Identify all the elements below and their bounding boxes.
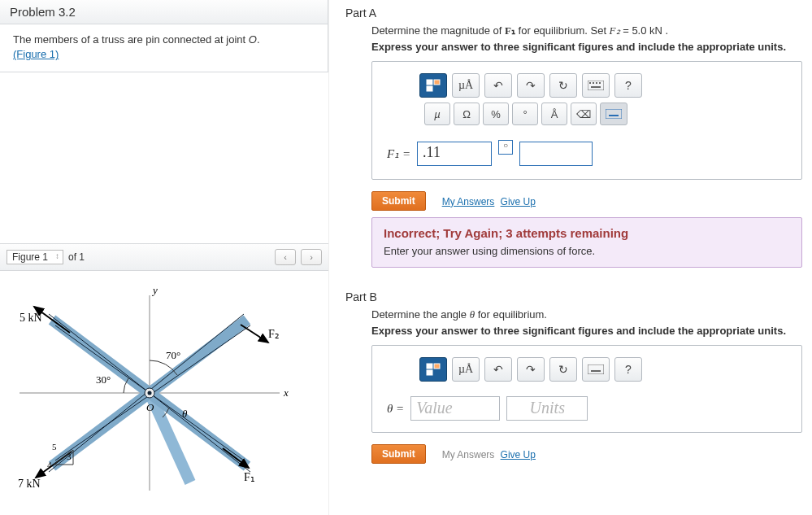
part-b-my-answers-link[interactable]: My Answers xyxy=(442,449,495,460)
mu-button[interactable]: µ xyxy=(424,103,450,125)
angstrom-button[interactable]: Å xyxy=(541,103,567,125)
figure-selector[interactable]: Figure 1 xyxy=(7,250,63,264)
part-b-prompt: Determine the angle θ for equilibrium. xyxy=(371,308,804,321)
part-b-answer-box: µÅ ↶ ↷ ↻ ? θ = Value Units xyxy=(371,345,802,433)
part-b-label: Part B xyxy=(345,290,804,303)
part-a-instruction: Express your answer to three significant… xyxy=(371,41,804,53)
svg-text:θ: θ xyxy=(182,408,188,420)
help-button-b[interactable]: ? xyxy=(614,357,642,382)
part-b-give-up-link[interactable]: Give Up xyxy=(501,449,536,460)
units-button[interactable]: µÅ xyxy=(452,73,480,98)
part-a-prompt: Determine the magnitude of F₁ for equili… xyxy=(371,24,804,37)
omega-button[interactable]: Ω xyxy=(454,103,480,125)
svg-text:30°: 30° xyxy=(96,373,111,386)
percent-button[interactable]: % xyxy=(483,103,509,125)
feedback-message: Enter your answer using dimensions of fo… xyxy=(384,245,790,257)
part-a-value-input[interactable]: .11 xyxy=(417,142,492,166)
keyboard2-icon[interactable] xyxy=(600,103,627,125)
svg-rect-39 xyxy=(596,82,597,84)
figure-image: x y xyxy=(0,271,328,515)
svg-rect-43 xyxy=(609,115,619,116)
part-a-exponent-box[interactable]: ○ xyxy=(498,140,513,155)
degree-button[interactable]: ° xyxy=(512,103,538,125)
keyboard-icon-b[interactable] xyxy=(582,357,610,382)
svg-point-14 xyxy=(148,391,152,395)
figure-toolbar: Figure 1 of 1 ‹ › xyxy=(0,244,328,271)
figure-of-label: of 1 xyxy=(68,251,85,263)
backspace-icon[interactable]: ⌫ xyxy=(571,103,597,125)
svg-rect-34 xyxy=(434,80,440,85)
desc-text: The members of a truss are pin connected… xyxy=(13,33,249,46)
templates-icon-b[interactable] xyxy=(419,357,447,382)
svg-rect-37 xyxy=(589,82,591,84)
part-a-units-input[interactable] xyxy=(519,142,593,166)
svg-rect-41 xyxy=(591,86,601,88)
reset-icon[interactable]: ↻ xyxy=(549,73,577,98)
svg-line-18 xyxy=(241,325,268,343)
part-b-eq-label: θ = xyxy=(387,402,404,416)
problem-description: The members of a truss are pin connected… xyxy=(0,24,328,72)
feedback-title: Incorrect; Try Again; 3 attempts remaini… xyxy=(384,226,790,240)
redo-icon[interactable]: ↷ xyxy=(517,73,545,98)
part-b-units-input[interactable]: Units xyxy=(506,396,588,421)
svg-text:x: x xyxy=(283,386,289,399)
joint-o: O xyxy=(249,33,257,46)
svg-rect-44 xyxy=(427,364,432,369)
part-a-submit-button[interactable]: Submit xyxy=(371,191,426,211)
keyboard-icon[interactable] xyxy=(582,73,610,98)
problem-title: Problem 3.2 xyxy=(0,0,328,24)
svg-rect-47 xyxy=(588,364,604,374)
part-a-my-answers-link[interactable]: My Answers xyxy=(442,196,495,207)
part-b-submit-button[interactable]: Submit xyxy=(371,444,426,464)
svg-text:70°: 70° xyxy=(166,349,180,361)
svg-rect-45 xyxy=(434,364,440,369)
svg-text:F₂: F₂ xyxy=(268,328,280,340)
svg-rect-35 xyxy=(427,86,432,91)
svg-rect-46 xyxy=(427,370,432,375)
svg-rect-40 xyxy=(599,82,601,84)
svg-text:F₁: F₁ xyxy=(244,471,255,483)
svg-rect-42 xyxy=(606,109,622,119)
svg-text:4: 4 xyxy=(47,460,52,469)
undo-icon-b[interactable]: ↶ xyxy=(484,357,512,382)
svg-text:y: y xyxy=(151,284,158,296)
templates-icon[interactable] xyxy=(419,73,447,98)
svg-rect-38 xyxy=(593,82,594,84)
figure-link[interactable]: (Figure 1) xyxy=(13,48,59,60)
part-a-eq-label: F₁ = xyxy=(387,146,410,161)
figure-prev-button[interactable]: ‹ xyxy=(275,249,296,265)
part-a-label: Part A xyxy=(345,7,804,20)
part-a-feedback: Incorrect; Try Again; 3 attempts remaini… xyxy=(371,217,802,268)
svg-rect-36 xyxy=(588,81,604,90)
units-button-b[interactable]: µÅ xyxy=(452,357,480,382)
redo-icon-b[interactable]: ↷ xyxy=(517,357,545,382)
figure-next-button[interactable]: › xyxy=(301,249,322,265)
svg-text:O: O xyxy=(146,401,154,413)
svg-text:7 kN: 7 kN xyxy=(18,478,41,490)
svg-text:5 kN: 5 kN xyxy=(20,312,42,324)
part-a-give-up-link[interactable]: Give Up xyxy=(501,196,536,207)
svg-rect-48 xyxy=(591,370,601,372)
reset-icon-b[interactable]: ↻ xyxy=(549,357,577,382)
help-button[interactable]: ? xyxy=(614,73,642,98)
part-a-answer-box: µÅ ↶ ↷ ↻ ? µ Ω % ° Å ⌫ F₁ xyxy=(371,61,802,180)
svg-rect-33 xyxy=(427,80,432,85)
part-b-instruction: Express your answer to three significant… xyxy=(371,325,804,337)
undo-icon[interactable]: ↶ xyxy=(484,73,512,98)
part-b-value-input[interactable]: Value xyxy=(410,396,500,421)
svg-text:5: 5 xyxy=(52,442,57,452)
